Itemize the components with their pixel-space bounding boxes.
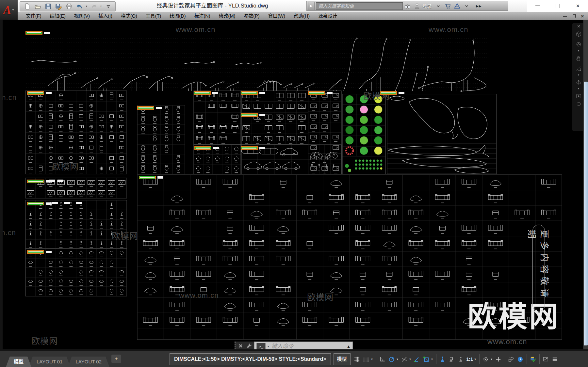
menu-item-1[interactable]: 编辑(E) [46,12,70,20]
scrollbar-thumb[interactable] [584,82,588,345]
exchange-dropdown-icon[interactable] [462,1,471,10]
workspace-gear-icon[interactable] [481,354,490,364]
menu-item-7[interactable]: 标注(N) [190,12,214,20]
command-prompt-dropdown-icon[interactable]: ▼ [267,345,270,348]
drawing-workspace: www.om.cnwww.om.cnom.cn欧模网欧模网欧模网om.cnwww… [0,20,588,351]
osnap-angle-icon[interactable] [413,354,422,364]
open-file-icon[interactable] [32,2,43,11]
section-header-chip [157,176,163,179]
navbar-collapse-icon[interactable] [573,101,583,106]
plus-icon[interactable] [494,354,503,364]
toolbar-overflow-icon[interactable] [103,2,113,11]
cart-icon[interactable] [443,1,452,10]
vertical-scrollbar[interactable] [583,20,588,349]
viewcube-icon[interactable] [573,29,583,39]
osnap-tracking-icon[interactable] [400,354,409,364]
doc-close-button[interactable]: × [581,13,584,19]
add-layout-button[interactable]: + [111,355,121,363]
menu-item-12[interactable]: 源泉设计 [314,12,341,20]
command-input[interactable] [271,343,345,349]
new-file-icon[interactable] [22,2,32,11]
polar-tracking-dropdown-icon[interactable]: ▼ [396,358,400,361]
window-controls: × [527,0,588,12]
command-bar-grip[interactable] [235,342,254,349]
layout-tab-0[interactable]: 模型 [6,357,31,367]
wrench-icon[interactable] [246,343,253,350]
command-prompt-icon[interactable]: >_ [256,343,266,349]
drawing-canvas[interactable]: www.om.cnwww.om.cnom.cn欧模网欧模网欧模网om.cnwww… [3,20,583,349]
doc-restore-button[interactable] [572,15,576,18]
scale-1-1-label-dropdown-icon[interactable]: ▼ [474,358,478,361]
model-space-button[interactable]: 模型 [334,353,351,365]
save-as-icon[interactable] [53,2,64,11]
zoom-icon[interactable] [573,63,583,74]
polar-tracking-icon[interactable] [387,354,396,364]
orbit-icon[interactable] [573,77,583,88]
hardware-accel-icon[interactable] [516,354,525,364]
exchange-apps-icon[interactable] [452,1,462,10]
section-header-chip [259,114,265,116]
osnap-box-icon[interactable] [422,354,431,364]
status-toggle-icons: ▼▼▼▼1:1▼▼ [352,354,560,364]
menu-item-9[interactable]: 参数(P) [239,12,264,20]
user-icon[interactable] [412,1,422,10]
menu-item-0[interactable]: 文件(F) [22,12,46,20]
menu-burger-icon[interactable] [550,354,560,364]
annotation-scale-icon[interactable] [456,354,466,364]
showmotion-icon[interactable] [573,91,583,101]
menu-item-10[interactable]: 窗口(W) [264,12,289,20]
zoom-dropdown-icon[interactable]: ▼ [578,74,580,77]
pan-hand-icon[interactable] [573,53,583,63]
maximize-button[interactable] [547,0,568,12]
undo-dropdown-icon[interactable]: ▼ [85,2,89,11]
close-button[interactable]: × [568,0,588,12]
layout-tab-1[interactable]: LAYOUT 01 [29,357,70,367]
grid-dots-icon[interactable] [362,354,371,364]
menu-item-5[interactable]: 工具(T) [141,12,166,20]
command-close-icon[interactable] [237,343,244,350]
command-history-up-icon[interactable]: ▲ [347,344,351,349]
osnap-box-dropdown-icon[interactable]: ▼ [431,358,434,361]
print-icon[interactable] [64,2,74,11]
doc-minimize-button[interactable] [563,16,567,17]
ortho-icon[interactable] [378,354,387,364]
menu-item-11[interactable]: 帮助(H) [289,12,314,20]
menu-item-4[interactable]: 格式(O) [117,12,141,20]
window-title: 经典设计款家具平立面图库 - YLD.Studio.dwg [118,0,307,12]
search-input[interactable] [316,2,403,10]
menu-item-3[interactable]: 插入(I) [94,12,117,20]
orbit-dropdown-icon[interactable]: ▼ [578,88,580,91]
menu-item-6[interactable]: 绘图(D) [165,12,190,20]
more-content-banner: 更多内容敬请期 [532,225,545,311]
undo-icon[interactable] [74,2,85,11]
application-menu-button[interactable]: A ▼ [0,0,18,20]
menu-item-8[interactable]: 修改(M) [215,12,240,20]
separator [436,354,436,364]
isolate-objects-icon[interactable] [507,354,516,364]
autopublish-icon[interactable] [529,354,538,364]
section-header-bar [194,91,211,95]
steering-wheel-icon[interactable] [573,39,583,50]
command-input-area: >_ ▼ ▲ [254,342,353,349]
navbar-close-icon[interactable] [573,24,583,29]
menu-item-2[interactable]: 视图(V) [70,12,94,20]
annotation-lightning-icon[interactable] [447,354,456,364]
save-icon[interactable] [43,2,53,11]
redo-dropdown-icon[interactable]: ▼ [99,2,103,11]
minimize-button[interactable] [527,0,547,12]
scale-1-1-label[interactable]: 1:1 [466,357,474,362]
redo-icon[interactable] [89,2,99,11]
search-binoculars-icon[interactable] [403,1,412,10]
clean-screen-icon[interactable] [541,354,550,364]
infocenter-expand-button[interactable]: ▶ [308,2,315,10]
wheel-dropdown-icon[interactable]: ▼ [578,50,580,53]
login-dropdown-icon[interactable] [433,1,443,10]
infocenter-overflow-button[interactable]: ▶▶ [476,4,482,8]
grid-dots-dropdown-icon[interactable]: ▼ [371,358,374,361]
layout-tab-2[interactable]: LAYOUT 02 [68,357,109,367]
login-button[interactable]: 登录 [422,3,432,9]
annotation-person-icon[interactable] [438,354,447,364]
osnap-tracking-dropdown-icon[interactable]: ▼ [409,358,413,361]
workspace-gear-dropdown-icon[interactable]: ▼ [490,358,494,361]
grid-snap-icon[interactable] [352,354,362,364]
